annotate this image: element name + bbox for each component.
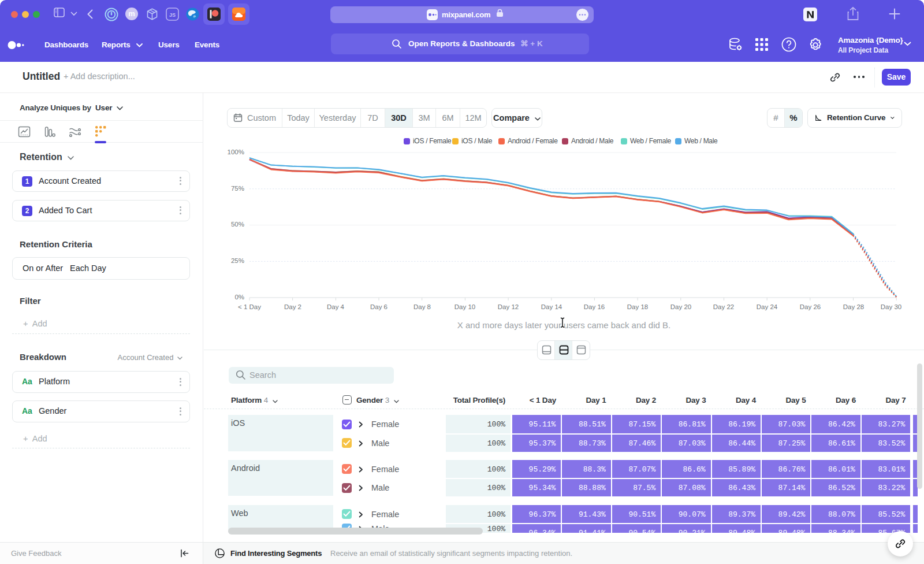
svg-text:JS: JS: [169, 12, 176, 18]
